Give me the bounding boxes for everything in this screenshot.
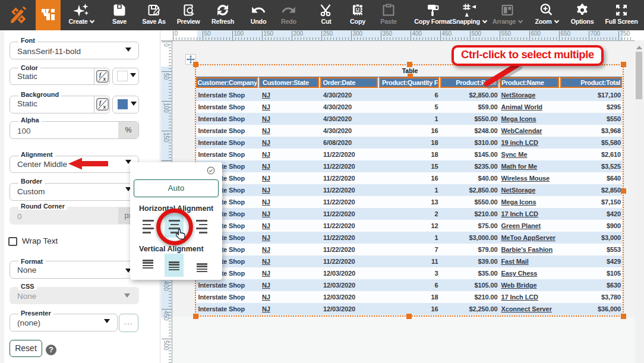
svg-text:x: x: [103, 104, 106, 110]
svg-text:x: x: [103, 75, 106, 81]
